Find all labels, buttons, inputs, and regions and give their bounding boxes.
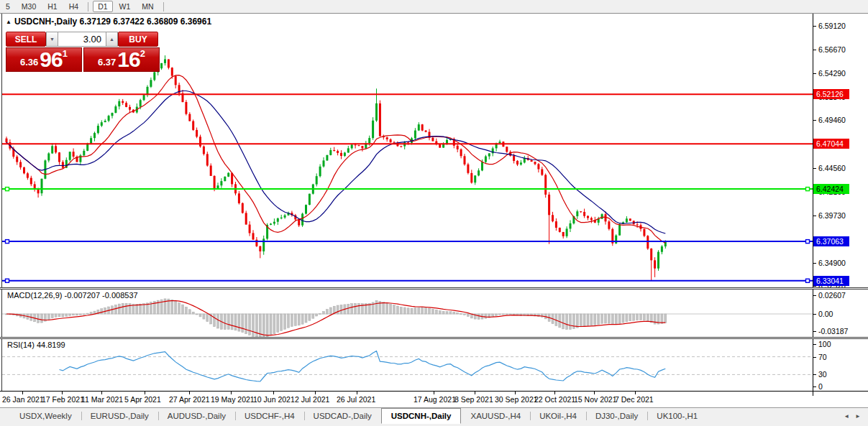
tab-usdcnh-daily[interactable]: USDCNH-,Daily: [381, 408, 462, 424]
level-price-label: 6.52126: [813, 89, 849, 99]
sell-price-small: 6.36: [20, 55, 38, 70]
level-line-handle[interactable]: [6, 240, 9, 244]
date-tick: [231, 392, 232, 394]
ma-fast-line: [6, 75, 665, 244]
rsi-axis-tick-label: 0: [818, 382, 823, 391]
date-label: 26 Jan 2021: [2, 395, 44, 404]
rsi-axis-tick-label: 100: [818, 340, 831, 348]
date-tick: [635, 392, 636, 394]
price-axis-tick-label: 6.49460: [818, 116, 846, 124]
price-axis-tick: [813, 120, 816, 121]
level-price-label: 6.37063: [813, 236, 849, 246]
tab-dj30-daily[interactable]: DJ30-,Daily: [586, 408, 647, 424]
axis-corner-tick: [813, 392, 813, 396]
date-label: 7 Dec 2021: [615, 395, 654, 404]
volume-increase-button[interactable]: ▲: [106, 32, 118, 47]
date-label: 10 Jun 2021: [253, 395, 295, 404]
date-tick: [145, 392, 145, 394]
level-line-handle[interactable]: [806, 240, 810, 244]
date-tick: [62, 392, 63, 394]
price-axis-tick: [813, 216, 816, 216]
level-price-label: 6.47044: [813, 139, 849, 149]
buy-price-panel[interactable]: 6.37 16 2: [83, 47, 160, 72]
toolbar-separator: [163, 2, 164, 11]
volume-decrease-button[interactable]: ▼: [46, 32, 58, 47]
macd-axis-tick-label: -0.03187: [818, 327, 848, 335]
date-tick: [515, 392, 516, 394]
tab-usdx-weekly[interactable]: USDX,Weekly: [10, 408, 81, 424]
tab-uk100-h1[interactable]: UK100-,H1: [647, 408, 707, 424]
sell-button[interactable]: SELL: [6, 32, 46, 47]
date-tick: [315, 392, 316, 394]
buy-price-sup: 2: [140, 50, 145, 57]
sell-price-sup: 1: [63, 50, 68, 57]
price-axis-tick: [813, 168, 816, 169]
volume-input[interactable]: [58, 32, 106, 47]
rsi-pane[interactable]: [2, 339, 813, 391]
price-axis-tick: [813, 26, 816, 27]
date-label: 2 Jul 2021: [295, 395, 329, 404]
level-line-handle[interactable]: [6, 187, 9, 191]
date-tick: [554, 392, 555, 394]
tab-scroll-left-icon[interactable]: ◄: [844, 413, 849, 420]
rsi-label: RSI(14) 44.8199: [7, 341, 65, 349]
date-tick: [273, 392, 274, 394]
chart-title-text: USDCNH-,Daily 6.37129 6.37422 6.36809 6.…: [14, 17, 211, 27]
tab-eurusd-daily[interactable]: EURUSD-,Daily: [81, 408, 158, 424]
macd-axis-tick: [813, 295, 816, 296]
date-label: 8 Sep 2021: [454, 395, 493, 404]
date-tick: [189, 392, 190, 394]
level-line-handle[interactable]: [806, 279, 810, 282]
price-axis-tick-label: 6.54290: [818, 69, 846, 78]
date-label: 30 Sep 2021: [495, 395, 538, 404]
toolbar-separator: [88, 2, 88, 11]
price-axis-tick-label: 6.59120: [818, 22, 846, 30]
macd-label: MACD(12,26,9) -0.007207 -0.008537: [7, 291, 138, 300]
rsi-line: [60, 351, 666, 381]
ma-slow-line: [6, 91, 665, 234]
collapse-icon[interactable]: ▲: [6, 19, 12, 25]
date-label: 27 Apr 2021: [169, 395, 210, 404]
macd-axis: 0.026070.00-0.03187: [813, 290, 868, 337]
tab-usdcad-daily[interactable]: USDCAD-,Daily: [304, 408, 381, 424]
buy-price-big: 16: [117, 49, 140, 70]
price-axis-tick-label: 6.34900: [818, 259, 846, 267]
tab-audusd-daily[interactable]: AUDUSD-,Daily: [158, 408, 235, 424]
timeframe-button-d1[interactable]: D1: [93, 1, 112, 12]
buy-price-small: 6.37: [98, 55, 116, 70]
level-line-handle[interactable]: [6, 279, 9, 282]
timeframe-button-m30[interactable]: M30: [17, 1, 41, 12]
timeframe-button-w1[interactable]: W1: [114, 1, 136, 12]
date-tick: [594, 392, 595, 394]
tab-scroll-arrows: ◄►: [844, 408, 868, 424]
price-axis-tick-label: 6.44560: [818, 164, 846, 172]
sell-price-panel[interactable]: 6.36 96 1: [6, 47, 82, 72]
price-axis-tick-label: 6.56670: [818, 45, 846, 54]
timeframe-button-mn[interactable]: MN: [137, 1, 158, 12]
tab-usdchf-h4[interactable]: USDCHF-,H4: [235, 408, 304, 424]
symbol-tab-bar: USDX,WeeklyEURUSD-,DailyAUDUSD-,DailyUSD…: [0, 407, 868, 424]
rsi-axis-tick: [813, 374, 816, 375]
tab-xauusd-h4[interactable]: XAUUSD-,H4: [461, 408, 530, 424]
timeframe-button-h1[interactable]: H1: [42, 1, 62, 12]
rsi-axis-tick: [813, 344, 816, 345]
timeframe-button-h4[interactable]: H4: [64, 1, 83, 12]
price-axis-tick: [813, 263, 816, 264]
price-axis-tick: [813, 73, 816, 74]
date-label: 22 Oct 2021: [534, 395, 575, 404]
timeframe-toolbar: 5M30H1H4D1W1MN: [0, 0, 868, 13]
macd-axis-tick: [813, 331, 816, 332]
macd-axis-tick: [813, 314, 816, 315]
macd-axis-tick-label: 0.02607: [818, 291, 846, 300]
macd-axis-tick-label: 0.00: [818, 310, 833, 318]
tab-ukoil-h4[interactable]: UKOil-,H4: [530, 408, 586, 424]
date-label: 15 Nov 2021: [574, 395, 617, 404]
timeframe-button-5[interactable]: 5: [1, 1, 15, 12]
date-label: 5 Apr 2021: [124, 395, 161, 404]
level-line-handle[interactable]: [806, 187, 810, 191]
rsi-axis: 10070300: [813, 339, 868, 391]
rsi-axis-tick-label: 70: [818, 353, 827, 361]
buy-button[interactable]: BUY: [118, 32, 158, 47]
date-tick: [22, 392, 23, 394]
tab-scroll-right-icon[interactable]: ►: [855, 413, 861, 420]
